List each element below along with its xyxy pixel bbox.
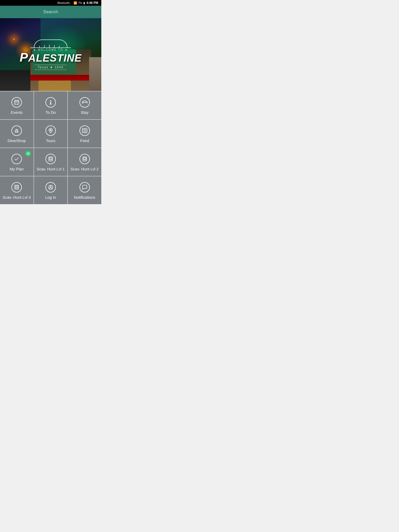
person-walk-icon <box>45 97 56 108</box>
svg-point-27 <box>50 186 51 188</box>
person-circle-icon <box>45 182 56 192</box>
login-label: Log In <box>45 195 56 200</box>
status-time: 4:46 PM <box>87 1 98 5</box>
feed-icon <box>79 125 90 136</box>
scav3-icon: 3 <box>11 182 22 192</box>
svg-rect-5 <box>17 103 18 103</box>
battery-icon: ▮ <box>83 1 85 5</box>
hero-image: ★ Welcome To ★ Palestine Texas ★ 1846 <box>0 18 101 91</box>
notifications-label: Notifications <box>74 195 95 200</box>
scav-hunt-2-label: Scav. Hunt Lvl 2 <box>71 167 99 171</box>
bluetooth-icon: Bluetooth; <box>57 1 70 4</box>
menu-grid: Events To Do Stay Dine/Shop Tours Feed <box>0 91 101 204</box>
svg-text:2: 2 <box>84 158 85 160</box>
hero-subtitle: ★ Welcome To ★ <box>20 48 82 51</box>
menu-item-notifications[interactable]: Notifications <box>68 176 101 204</box>
battery-level: 7% <box>78 1 82 4</box>
menu-item-stay[interactable]: Stay <box>68 91 101 119</box>
svg-point-14 <box>83 130 83 131</box>
menu-item-feed[interactable]: Feed <box>68 120 101 148</box>
svg-point-15 <box>83 132 83 132</box>
svg-rect-4 <box>16 103 16 103</box>
tours-label: Tours <box>46 138 56 143</box>
feed-label: Feed <box>80 138 89 143</box>
svg-rect-7 <box>83 103 83 103</box>
menu-item-tours[interactable]: Tours <box>34 120 68 148</box>
search-label: Search <box>43 9 58 14</box>
svg-point-6 <box>50 100 51 101</box>
scav-hunt-1-label: Scav. Hunt Lvl 1 <box>37 167 65 171</box>
chef-hat-icon <box>11 125 22 136</box>
menu-item-login[interactable]: Log In <box>34 176 68 204</box>
plan-badge: 18 <box>25 151 31 156</box>
calendar-icon <box>11 97 22 108</box>
menu-item-dine-shop[interactable]: Dine/Shop <box>0 120 34 148</box>
search-bar[interactable]: Search <box>0 6 101 18</box>
svg-text:1: 1 <box>50 158 51 160</box>
tours-icon <box>45 125 56 136</box>
menu-item-events[interactable]: Events <box>0 91 34 119</box>
svg-point-9 <box>50 130 51 131</box>
hero-tagline: Texas ★ 1846 <box>35 65 67 70</box>
chat-icon <box>79 182 90 192</box>
svg-text:3: 3 <box>16 186 17 188</box>
stay-label: Stay <box>81 110 89 115</box>
todo-label: To Do <box>45 110 56 115</box>
check-icon <box>11 154 22 164</box>
dine-shop-label: Dine/Shop <box>8 138 26 143</box>
hero-overlay: ★ Welcome To ★ Palestine Texas ★ 1846 <box>15 34 87 75</box>
events-label: Events <box>11 110 23 115</box>
wifi-icon: 📶 <box>74 1 77 5</box>
scav1-icon: 1 <box>45 154 56 164</box>
menu-item-scav-hunt-2[interactable]: 2 Scav. Hunt Lvl 2 <box>68 148 101 176</box>
scav2-icon: 2 <box>79 154 90 164</box>
hero-title: Palestine <box>20 51 82 64</box>
svg-point-13 <box>83 129 83 130</box>
status-bar: Bluetooth; ⋅ 📶 7% ▮ 4:46 PM <box>0 0 101 6</box>
menu-item-my-plan[interactable]: 18 My Plan <box>0 148 34 176</box>
bluetooth-icon: ⋅ <box>71 1 72 5</box>
bed-icon <box>79 97 90 108</box>
menu-item-todo[interactable]: To Do <box>34 91 68 119</box>
menu-item-scav-hunt-1[interactable]: 1 Scav. Hunt Lvl 1 <box>34 148 68 176</box>
svg-rect-0 <box>15 101 19 105</box>
status-icons: Bluetooth; ⋅ 📶 7% ▮ <box>57 1 85 5</box>
scav-hunt-3-label: Scav. Hunt Lvl 3 <box>3 195 31 200</box>
menu-item-scav-hunt-3[interactable]: 3 Scav. Hunt Lvl 3 <box>0 176 34 204</box>
my-plan-label: My Plan <box>10 167 24 171</box>
